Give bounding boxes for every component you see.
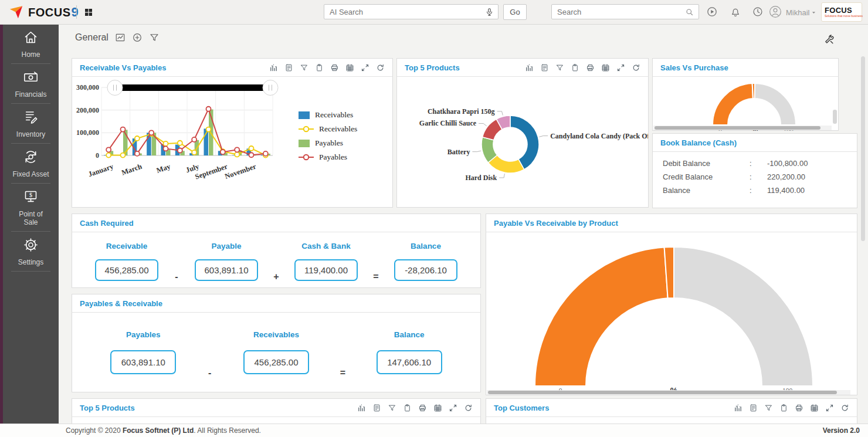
payable-vs-receivable-gauge[interactable]: 0%100 <box>486 232 857 395</box>
filter-icon[interactable] <box>555 63 564 72</box>
filter-dashboard-icon[interactable] <box>149 32 160 43</box>
printer-icon[interactable] <box>330 63 339 72</box>
username[interactable]: Mikhail <box>786 8 809 17</box>
widget-toolbar <box>357 404 473 412</box>
search-icon[interactable] <box>685 8 694 16</box>
horizontal-scrollbar-thumb[interactable] <box>655 126 820 130</box>
ai-search-box <box>324 4 499 19</box>
widget-book-balance: Book Balance (Cash) Debit Balance : -100… <box>652 133 857 208</box>
widget-toolbar <box>525 63 640 72</box>
sidebar-nav: HomeFinancialsInventoryFixed Asset$Point… <box>0 24 59 424</box>
expand-icon[interactable] <box>449 404 457 412</box>
document-icon[interactable] <box>540 63 549 72</box>
widget-top5-products: Top 5 Products Candyland Cola Candy (Pac… <box>396 58 649 208</box>
horizontal-scrollbar <box>653 126 832 130</box>
printer-icon[interactable] <box>418 404 427 412</box>
filter-icon[interactable] <box>388 404 396 412</box>
expand-icon[interactable] <box>616 63 625 72</box>
avatar[interactable] <box>769 5 782 18</box>
sidebar-item-fixed-asset[interactable]: Fixed Asset <box>11 144 50 184</box>
go-button[interactable]: Go <box>503 4 527 20</box>
book-balance-row: Credit Balance : 220,200.00 <box>663 170 847 184</box>
sidebar-item-point-of-sale[interactable]: $Point of Sale <box>11 184 50 232</box>
sidebar-item-inventory[interactable]: Inventory <box>11 104 50 144</box>
sidebar-item-financials[interactable]: Financials <box>11 64 50 104</box>
printer-icon[interactable] <box>586 63 595 72</box>
sales-vs-purchase-gauge[interactable]: 0%100 <box>653 77 838 131</box>
legend-item[interactable]: Receivables <box>299 125 392 133</box>
calc-column-cash-bank: Cash & Bank 119,400.00 <box>282 242 370 282</box>
clipboard-icon[interactable] <box>315 63 324 72</box>
sidebar-item-home[interactable]: Home <box>11 24 50 64</box>
legend-label: Payables <box>319 153 347 162</box>
refresh-icon[interactable] <box>632 63 640 72</box>
clipboard-icon[interactable] <box>571 63 579 72</box>
svg-text:Hard Disk: Hard Disk <box>465 174 497 182</box>
printer-icon[interactable] <box>795 404 803 412</box>
widget-toolbar <box>269 63 385 72</box>
calc-column-balance: Balance -28,206.10 <box>382 242 470 282</box>
column-chart-icon[interactable] <box>525 63 534 72</box>
clipboard-icon[interactable] <box>403 404 412 412</box>
apps-grid-icon[interactable] <box>83 7 94 18</box>
caret-down-icon[interactable] <box>811 9 817 16</box>
document-icon[interactable] <box>749 404 758 412</box>
mic-icon[interactable] <box>485 8 494 16</box>
document-icon[interactable] <box>284 63 293 72</box>
refresh-icon[interactable] <box>376 63 385 72</box>
clipboard-icon[interactable] <box>779 404 788 412</box>
page-title: General <box>75 32 108 43</box>
focus9-logo-icon <box>8 4 24 20</box>
calendar-icon[interactable] <box>810 404 819 412</box>
legend-item[interactable]: Receivables <box>299 111 392 119</box>
refresh-icon[interactable] <box>840 404 849 412</box>
filter-icon[interactable] <box>764 404 773 412</box>
focus9-logo-text: FOCUS9 <box>28 5 79 20</box>
legend-item[interactable]: Payables <box>299 139 392 147</box>
refresh-icon[interactable] <box>464 404 473 412</box>
widget-payable-vs-receivable-by-product: Payable Vs Receivable by Product 0%100 <box>486 214 857 395</box>
vertical-scrollbar-thumb[interactable] <box>833 110 837 124</box>
add-widget-icon[interactable] <box>132 32 143 43</box>
calendar-icon[interactable] <box>601 63 610 72</box>
svg-text:$: $ <box>29 192 32 198</box>
svg-text:Battery: Battery <box>447 148 470 156</box>
home-icon <box>23 29 39 45</box>
sidebar-item-label: Inventory <box>11 130 50 138</box>
sidebar-item-settings[interactable]: Settings <box>11 232 50 272</box>
customize-tools-icon[interactable] <box>823 34 835 46</box>
expand-icon[interactable] <box>361 63 369 72</box>
operator: - <box>204 368 216 378</box>
horizontal-scrollbar-thumb[interactable] <box>488 391 837 394</box>
widget-title: Book Balance (Cash) <box>660 138 737 147</box>
notifications-bell-icon[interactable] <box>730 6 741 18</box>
settings-icon <box>23 237 39 253</box>
column-chart-icon[interactable] <box>269 63 278 72</box>
widget-title: Cash Required <box>80 219 134 228</box>
filter-icon[interactable] <box>300 63 308 72</box>
app-logo[interactable]: FOCUS9 <box>8 4 79 20</box>
legend-item[interactable]: Payables <box>299 153 392 161</box>
vertical-scrollbar-thumb[interactable] <box>861 56 865 241</box>
receivable-vs-payables-chart[interactable]: 0100,000200,000300,000JanuaryMarchMayJul… <box>72 77 295 208</box>
search-input[interactable] <box>552 8 685 16</box>
brand-tagline: Solutions that move business <box>825 15 863 18</box>
topbar: FOCUS9 Go Mikhail FOCUS Solutions that m… <box>0 0 868 25</box>
history-icon[interactable] <box>752 6 764 18</box>
widget-title: Top Customers <box>494 404 549 412</box>
calendar-icon[interactable] <box>433 404 442 412</box>
copyright-text: Copyright © 2020 Focus Softnet (P) Ltd. … <box>66 426 261 435</box>
ai-search-input[interactable] <box>324 8 485 16</box>
expand-icon[interactable] <box>825 404 834 412</box>
focus-brand-logo[interactable]: FOCUS Solutions that move business <box>821 2 862 22</box>
dashboard-chart-icon[interactable] <box>115 32 126 43</box>
top5-products-donut-chart[interactable]: Candyland Cola Candy (Pack Of 35)Hard Di… <box>397 77 648 210</box>
column-chart-icon[interactable] <box>357 404 366 412</box>
document-icon[interactable] <box>372 404 381 412</box>
column-chart-icon[interactable] <box>734 404 742 412</box>
calendar-icon[interactable] <box>345 63 354 72</box>
sidebar-item-label: Fixed Asset <box>11 170 50 178</box>
legend-label: Receivables <box>315 110 353 120</box>
svg-text:January: January <box>87 162 115 178</box>
play-icon[interactable] <box>706 6 718 18</box>
